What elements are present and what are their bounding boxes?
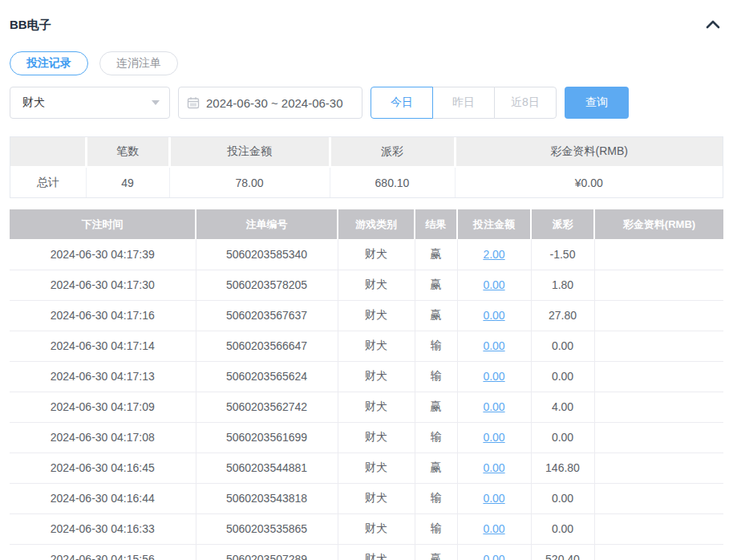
record-game: 财犬: [338, 422, 415, 452]
bet-amount-link[interactable]: 0.00: [483, 431, 504, 444]
tab-cancelled-orders[interactable]: 连消注单: [99, 51, 178, 75]
tab-label: 连消注单: [116, 56, 161, 71]
bet-amount-link[interactable]: 0.00: [483, 553, 504, 560]
record-game: 财犬: [338, 270, 415, 300]
record-result: 赢: [415, 270, 457, 300]
records-col-game: 游戏类别: [338, 209, 415, 239]
summary-col-bet-amount: 投注金额: [169, 137, 330, 167]
record-payout: 0.00: [531, 483, 594, 513]
record-result: 赢: [415, 392, 457, 422]
bet-amount-link[interactable]: 0.00: [483, 492, 504, 505]
record-result: 输: [415, 422, 457, 452]
record-payout: 0.00: [531, 422, 594, 452]
record-bet-amount: 2.00: [457, 239, 531, 270]
summary-total-bonus: ¥0.00: [455, 167, 723, 197]
query-button[interactable]: 查询: [565, 87, 629, 119]
record-bonus: [594, 483, 723, 513]
record-payout: 0.00: [531, 331, 594, 361]
game-select-value: 财犬: [22, 95, 152, 110]
bet-amount-link[interactable]: 0.00: [483, 339, 504, 352]
record-row: 2024-06-30 04:17:095060203562742财犬赢0.004…: [10, 392, 723, 422]
range-today-button[interactable]: 今日: [371, 87, 433, 119]
record-game: 财犬: [338, 361, 415, 392]
bet-amount-link[interactable]: 0.00: [483, 400, 504, 413]
record-bonus: [594, 452, 723, 483]
record-row: 2024-06-30 04:16:455060203544881财犬赢0.001…: [10, 452, 723, 483]
record-game: 财犬: [338, 392, 415, 422]
record-game: 财犬: [338, 483, 415, 513]
record-result: 赢: [415, 300, 457, 331]
record-payout: 4.00: [531, 392, 594, 422]
caret-down-icon: [152, 100, 160, 105]
record-type-tabs: 投注记录 连消注单: [10, 51, 723, 75]
record-bet-amount: 0.00: [457, 422, 531, 452]
record-bet-amount: 0.00: [457, 270, 531, 300]
bet-amount-link[interactable]: 2.00: [483, 248, 504, 261]
collapse-panel-button[interactable]: [704, 16, 722, 34]
record-time: 2024-06-30 04:17:09: [10, 392, 196, 422]
game-select[interactable]: 财犬: [10, 87, 170, 119]
record-result: 赢: [415, 239, 457, 270]
record-result: 输: [415, 483, 457, 513]
record-order-no: 5060203544881: [196, 452, 338, 483]
date-range-picker[interactable]: 2024-06-30 ~ 2024-06-30: [178, 87, 362, 119]
record-game: 财犬: [338, 239, 415, 270]
bet-amount-link[interactable]: 0.00: [483, 309, 504, 322]
record-time: 2024-06-30 04:17:14: [10, 331, 196, 361]
summary-col-blank: [10, 137, 86, 167]
records-body: 2024-06-30 04:17:395060203585340财犬赢2.00-…: [10, 239, 723, 560]
record-order-no: 5060203585340: [196, 239, 338, 270]
record-order-no: 5060203535865: [196, 513, 338, 544]
chevron-up-icon: [706, 18, 720, 32]
summary-table: 笔数 投注金额 派彩 彩金资料(RMB) 总计 49 78.00 680.10 …: [10, 136, 723, 198]
record-bet-amount: 0.00: [457, 392, 531, 422]
record-order-no: 5060203566647: [196, 331, 338, 361]
record-time: 2024-06-30 04:17:16: [10, 300, 196, 331]
tab-label: 投注记录: [26, 56, 71, 71]
range-yesterday-button[interactable]: 昨日: [432, 87, 495, 119]
record-bet-amount: 0.00: [457, 483, 531, 513]
range-last8days-button[interactable]: 近8日: [494, 87, 557, 119]
record-game: 财犬: [338, 452, 415, 483]
record-time: 2024-06-30 04:16:45: [10, 452, 196, 483]
record-bet-amount: 0.00: [457, 452, 531, 483]
record-game: 财犬: [338, 544, 415, 560]
record-row: 2024-06-30 04:17:305060203578205财犬赢0.001…: [10, 270, 723, 300]
record-result: 赢: [415, 544, 457, 560]
summary-col-bonus: 彩金资料(RMB): [455, 137, 723, 167]
quick-range-group: 今日 昨日 近8日: [371, 87, 557, 119]
record-row: 2024-06-30 04:17:085060203561699财犬输0.000…: [10, 422, 723, 452]
record-bonus: [594, 300, 723, 331]
record-row: 2024-06-30 04:16:335060203535865财犬输0.000…: [10, 513, 723, 544]
record-payout: 146.80: [531, 452, 594, 483]
bet-amount-link[interactable]: 0.00: [483, 370, 504, 383]
record-time: 2024-06-30 04:17:39: [10, 239, 196, 270]
record-bonus: [594, 239, 723, 270]
record-bonus: [594, 331, 723, 361]
record-payout: 0.00: [531, 361, 594, 392]
record-bonus: [594, 422, 723, 452]
record-game: 财犬: [338, 300, 415, 331]
records-col-payout: 派彩: [531, 209, 594, 239]
record-order-no: 5060203578205: [196, 270, 338, 300]
records-col-bet-amount: 投注金额: [457, 209, 531, 239]
record-result: 赢: [415, 452, 457, 483]
record-bonus: [594, 392, 723, 422]
record-row: 2024-06-30 04:17:135060203565624财犬输0.000…: [10, 361, 723, 392]
filter-bar: 财犬 2024-06-30 ~ 2024-06-30 今日 昨日 近8日 查询: [10, 87, 723, 119]
records-col-order-no: 注单编号: [196, 209, 338, 239]
panel-title: BB电子: [10, 18, 51, 33]
bet-amount-link[interactable]: 0.00: [483, 522, 504, 535]
record-row: 2024-06-30 04:17:145060203566647财犬输0.000…: [10, 331, 723, 361]
record-time: 2024-06-30 04:17:13: [10, 361, 196, 392]
bet-amount-link[interactable]: 0.00: [483, 461, 504, 474]
record-order-no: 5060203561699: [196, 422, 338, 452]
date-range-value: 2024-06-30 ~ 2024-06-30: [206, 96, 343, 110]
summary-total-payout: 680.10: [330, 167, 455, 197]
record-payout: 1.80: [531, 270, 594, 300]
record-time: 2024-06-30 04:17:30: [10, 270, 196, 300]
record-time: 2024-06-30 04:16:44: [10, 483, 196, 513]
tab-bet-records[interactable]: 投注记录: [10, 51, 88, 75]
record-order-no: 5060203565624: [196, 361, 338, 392]
bet-amount-link[interactable]: 0.00: [483, 278, 504, 291]
